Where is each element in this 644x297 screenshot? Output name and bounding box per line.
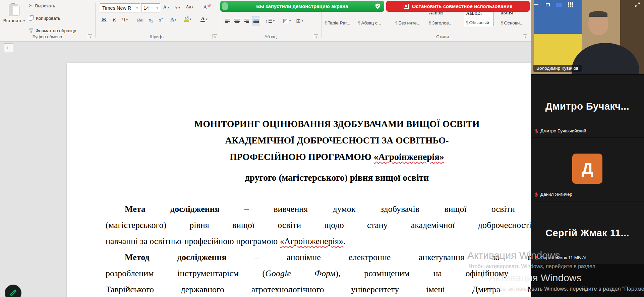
styles-group-label: Стили <box>389 34 496 39</box>
font-color-letter: А <box>201 16 204 20</box>
chevron-down-icon: ▾ <box>136 6 138 10</box>
title-line-3-text: ПРОФЕСІЙНОЮ ПРОГРАМОЮ <box>230 152 374 162</box>
stop-share-button[interactable]: Остановить совместное использование <box>386 1 530 12</box>
participant-big-name: Сергій Жмак 11... <box>531 227 644 238</box>
participant-label: Дмитро Бучакчийский <box>534 128 586 133</box>
bold-letter: Ж <box>101 17 107 23</box>
align-left-button[interactable] <box>224 16 231 25</box>
align-justify-button[interactable] <box>252 16 260 25</box>
style-chip-abzac[interactable]: ¶Абзац с... <box>356 10 387 26</box>
paragraph-1-lead: Мета дослідження <box>125 204 220 214</box>
italic-button[interactable]: К <box>113 17 116 23</box>
highlight-letters: аб <box>185 16 188 20</box>
shield-icon <box>374 3 381 9</box>
paste-label: Вставить <box>3 18 22 23</box>
align-right-button[interactable] <box>243 16 250 25</box>
highlight-swatch <box>184 20 189 22</box>
cut-button[interactable]: ✂ Вырезать <box>29 3 55 9</box>
clipboard-dialog-launcher[interactable]: ↘ <box>88 34 92 39</box>
zoom-window-controls <box>533 2 573 7</box>
windows-activation-watermark-sub: Чтобы активировать Windows, перейдите в … <box>469 263 595 270</box>
participant-name: Дмитро Бучакчийский <box>540 128 586 133</box>
chevron-down-icon: ▾ <box>206 17 208 21</box>
paragraph-1-line-1: Мета дослідження – вивчення думок здобув… <box>106 201 568 217</box>
tab-stop-icon: ∟ <box>6 45 11 50</box>
shrink-arrow-icon: ▼ <box>178 6 180 9</box>
paragraph-group-label: Абзац <box>221 34 320 39</box>
text-effects-button[interactable]: А ▾ <box>170 17 176 23</box>
align-center-button[interactable] <box>233 16 241 25</box>
chevron-down-icon: ▾ <box>23 19 25 22</box>
change-case-letter: Аа <box>186 4 191 10</box>
superscript-button[interactable]: x² <box>159 17 163 23</box>
paragraph-1-line-1-rest: – вивчення думок здобувачів вищої освіти… <box>220 204 568 214</box>
grow-font-button[interactable]: А ▲ <box>163 4 170 10</box>
superscript-letters: x² <box>159 17 163 23</box>
chevron-down-icon: ▾ <box>126 18 128 21</box>
styles-dialog-launcher[interactable]: ↘ <box>523 34 527 39</box>
chevron-down-icon: ▾ <box>175 18 177 21</box>
font-group-label: Шрифт <box>97 34 217 39</box>
format-painter-button[interactable]: Формат по образцу <box>29 28 76 33</box>
minimize-icon[interactable] <box>533 2 539 7</box>
speaker-view-icon[interactable] <box>556 3 562 7</box>
style-chip-table-par[interactable]: ¶Table Par... <box>323 10 354 26</box>
title-line-3: ПРОФЕСІЙНОЮ ПРОГРАМОЮ «Агроінженерія» <box>106 148 568 165</box>
font-size-combobox[interactable]: 14 ▾ <box>141 3 160 12</box>
expand-icon[interactable] <box>635 2 641 8</box>
style-name: Заголов... <box>432 20 452 25</box>
shading-button[interactable]: ▾ <box>282 16 292 25</box>
share-status-text: Вы запустили демонстрацию экрана <box>256 3 348 9</box>
gallery-view-icon[interactable] <box>567 2 573 7</box>
paste-button[interactable]: Вставить ▾ <box>4 3 24 23</box>
format-painter-icon <box>29 28 34 33</box>
shrink-font-letter: А <box>174 5 177 10</box>
underline-button[interactable]: Ч ▾ <box>122 17 128 23</box>
shrink-font-button[interactable]: А ▼ <box>174 5 180 10</box>
font-color-button[interactable]: А ▾ <box>200 16 208 22</box>
strikethrough-button[interactable]: abe <box>137 17 143 23</box>
cut-label: Вырезать <box>35 3 55 8</box>
bold-button[interactable]: Ж <box>101 17 107 23</box>
change-case-button[interactable]: Аа ▾ <box>186 4 193 10</box>
screen-share-status-banner: Вы запустили демонстрацию экрана <box>220 1 384 12</box>
font-family-value: Times New R <box>102 5 131 11</box>
style-chip-bez-int[interactable]: ¶Без инте... <box>394 10 424 26</box>
line-spacing-button[interactable]: ↕ ▾ <box>264 16 276 25</box>
title-spellcheck-word: «Агроінженерія» <box>374 152 444 162</box>
windows-activation-watermark-sub: Чтобы активировать Windows, перейдите в … <box>490 286 644 292</box>
tab-stop-selector[interactable]: ∟ <box>4 43 13 52</box>
style-name: Table Par... <box>328 20 350 25</box>
style-name: Без инте... <box>398 20 420 25</box>
chevron-down-icon: ▾ <box>289 19 291 22</box>
borders-button[interactable]: ⊞ ▾ <box>295 16 304 25</box>
group-divider <box>95 3 96 38</box>
style-chip-osnovn[interactable]: аБбВı ¶Основн... <box>499 10 528 26</box>
banner-drag-handle[interactable] <box>222 2 228 10</box>
copy-button[interactable]: Копировать <box>29 15 60 21</box>
chevron-down-icon: ▾ <box>273 19 275 22</box>
italic-letter: К <box>113 17 116 23</box>
shading-icon <box>283 19 288 23</box>
pilcrow-icon: ¶ <box>395 21 397 25</box>
pilcrow-icon: ¶ <box>358 21 360 25</box>
subscript-letters: x₂ <box>149 17 153 23</box>
paragraph-dialog-launcher[interactable]: ↘ <box>314 34 318 39</box>
font-family-combobox[interactable]: Times New R ▾ <box>100 3 140 12</box>
paragraph-1-line-3-end: . <box>343 236 346 246</box>
participant-big-name: Дмитро Бучакч... <box>531 101 644 112</box>
pilcrow-icon: ¶ <box>501 21 503 25</box>
subscript-button[interactable]: x₂ <box>149 17 153 23</box>
restore-window-icon[interactable] <box>545 2 551 7</box>
clear-formatting-button[interactable]: А <box>203 4 211 10</box>
grow-font-letter: А <box>163 4 167 10</box>
copy-label: Копировать <box>36 16 60 21</box>
style-chip-zagolovok[interactable]: АаБбВ ¶Заголов... <box>427 10 458 26</box>
windows-activation-watermark: Активация Windows <box>467 250 560 261</box>
participant-head <box>588 11 608 35</box>
font-dialog-launcher[interactable]: ↘ <box>213 34 217 39</box>
document-page[interactable]: МОНІТОРИНГ ОЦІНЮВАННЯ ЗДОБУВАЧАМИ ВИЩОЇ … <box>67 63 600 297</box>
style-chip-obychny[interactable]: АаБбВ. ¶Обычный <box>464 10 493 26</box>
align-right-icon <box>244 19 249 23</box>
highlight-color-button[interactable]: аб ▾ <box>184 16 191 22</box>
